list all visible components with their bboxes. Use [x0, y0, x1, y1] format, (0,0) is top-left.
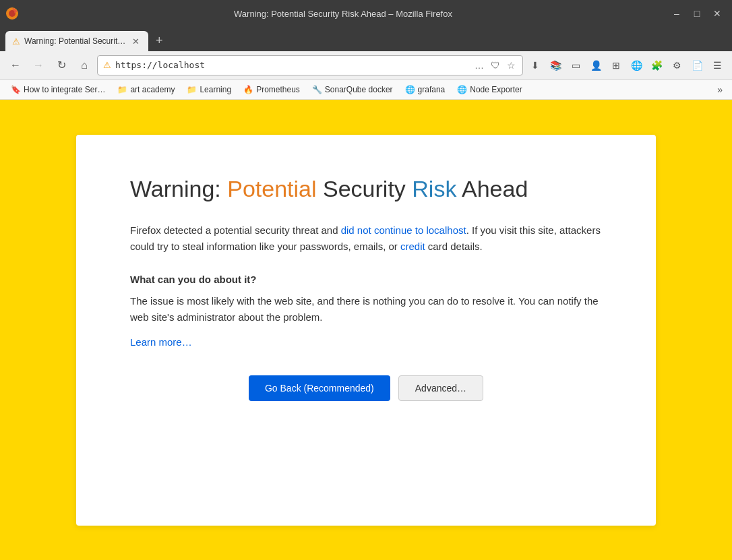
menu-button[interactable]: ☰ — [708, 56, 727, 75]
title-word-warning: Warning: — [130, 176, 221, 201]
credit-link[interactable]: credit — [400, 241, 425, 252]
bookmark-prometheus-label: Prometheus — [256, 85, 300, 94]
bookmark-item-art[interactable]: 📁 art academy — [112, 83, 180, 96]
toolbar-right: ⬇ 📚 ▭ 👤 ⊞ 🌐 🧩 ⚙ 📄 ☰ — [526, 56, 727, 75]
bookmark-art-icon: 📁 — [117, 85, 127, 94]
go-back-button[interactable]: Go Back (Recommended) — [249, 375, 390, 401]
shield-button[interactable]: 🛡 — [489, 59, 501, 72]
what-text: The issue is most likely with the web si… — [130, 293, 602, 325]
address-bar[interactable]: ⚠ https://localhost … 🛡 ☆ — [97, 55, 523, 75]
learn-more-link[interactable]: Learn more… — [130, 336, 192, 348]
titlebar-left — [5, 7, 19, 20]
account-button[interactable]: 👤 — [586, 56, 605, 75]
bookmark-sonarqube-label: SonarQube docker — [325, 85, 393, 94]
bookmark-item-sonarqube[interactable]: 🔧 SonarQube docker — [307, 83, 398, 96]
navbar: ← → ↻ ⌂ ⚠ https://localhost … 🛡 ☆ ⬇ 📚 ▭ … — [0, 51, 732, 80]
reload-button[interactable]: ↻ — [51, 55, 71, 75]
lock-icon: ⚠ — [103, 60, 111, 70]
maximize-button[interactable]: □ — [688, 4, 706, 23]
home-button[interactable]: ⌂ — [74, 55, 94, 75]
did-not-continue-link[interactable]: did not continue to localhost — [341, 224, 466, 236]
browser-content: Warning: Potential Security Risk Ahead F… — [0, 100, 732, 560]
bookmark-item-integrate[interactable]: 🔖 How to integrate Ser… — [5, 83, 111, 96]
bookmark-node-exporter-label: Node Exporter — [470, 85, 522, 94]
titlebar: Warning: Potential Security Risk Ahead –… — [0, 0, 732, 27]
bookmarks-bar: 🔖 How to integrate Ser… 📁 art academy 📁 … — [0, 80, 732, 100]
bookmark-node-exporter-icon: 🌐 — [457, 85, 467, 94]
bookmark-item-prometheus[interactable]: 🔥 Prometheus — [238, 83, 305, 96]
titlebar-controls: – □ ✕ — [667, 4, 727, 23]
warning-buttons: Go Back (Recommended) Advanced… — [130, 375, 602, 401]
forward-button[interactable]: → — [28, 55, 49, 75]
what-title: What can you do about it? — [130, 274, 602, 285]
bookmark-learning-icon: 📁 — [187, 85, 197, 94]
tab-title: Warning: Potential Securit… — [24, 36, 125, 46]
bookmark-star-button[interactable]: ☆ — [506, 59, 517, 72]
url-text: https://localhost — [115, 60, 469, 70]
bookmark-prometheus-icon: 🔥 — [243, 85, 253, 94]
bookmarks-more-button[interactable]: » — [713, 82, 727, 98]
bookmark-item-grafana[interactable]: 🌐 grafana — [400, 83, 451, 96]
close-button[interactable]: ✕ — [708, 4, 727, 23]
downloads-button[interactable]: ⬇ — [526, 56, 545, 75]
tabbar: ⚠ Warning: Potential Securit… ✕ + — [0, 27, 732, 51]
tab-warning-icon: ⚠ — [12, 36, 20, 46]
firefox-logo-icon — [5, 7, 19, 20]
advanced-button[interactable]: Advanced… — [398, 375, 483, 401]
title-word-security: Security — [323, 176, 406, 201]
bookmark-art-label: art academy — [130, 85, 175, 94]
minimize-button[interactable]: – — [667, 4, 686, 23]
new-tab-button[interactable]: + — [150, 31, 169, 50]
bookmark-item-node-exporter[interactable]: 🌐 Node Exporter — [452, 83, 527, 96]
warning-title: Warning: Potential Security Risk Ahead — [130, 175, 602, 203]
resolve-link[interactable]: resolve it — [472, 295, 513, 307]
library-button[interactable]: 📚 — [546, 56, 565, 75]
title-word-risk: Risk — [412, 176, 456, 201]
warning-description: Firefox detected a potential security th… — [130, 222, 602, 255]
title-word-ahead: Ahead — [462, 176, 528, 201]
window-title: Warning: Potential Security Risk Ahead –… — [19, 9, 667, 19]
globe-button[interactable]: 🌐 — [627, 56, 646, 75]
tab-close-button[interactable]: ✕ — [129, 35, 142, 47]
title-word-potential: Potential — [227, 176, 316, 201]
what-section: What can you do about it? The issue is m… — [130, 274, 602, 348]
bookmark-item-learning[interactable]: 📁 Learning — [181, 83, 237, 96]
containers-button[interactable]: ⊞ — [607, 56, 626, 75]
bookmark-sonarqube-icon: 🔧 — [312, 85, 322, 94]
back-button[interactable]: ← — [5, 55, 26, 75]
warning-page: Warning: Potential Security Risk Ahead F… — [76, 135, 656, 526]
bookmark-grafana-icon: 🌐 — [405, 85, 415, 94]
devtools-button[interactable]: ⚙ — [667, 56, 686, 75]
bookmark-integrate-icon: 🔖 — [11, 85, 21, 94]
reader-button[interactable]: 📄 — [688, 56, 706, 75]
extensions-button[interactable]: 🧩 — [647, 56, 666, 75]
bookmark-grafana-label: grafana — [418, 85, 446, 94]
bookmark-integrate-label: How to integrate Ser… — [24, 85, 105, 94]
active-tab[interactable]: ⚠ Warning: Potential Securit… ✕ — [5, 31, 148, 51]
address-bar-icons: … 🛡 ☆ — [473, 59, 517, 72]
sidebar-button[interactable]: ▭ — [566, 56, 585, 75]
bookmark-learning-label: Learning — [200, 85, 231, 94]
more-icon-button[interactable]: … — [473, 59, 485, 72]
